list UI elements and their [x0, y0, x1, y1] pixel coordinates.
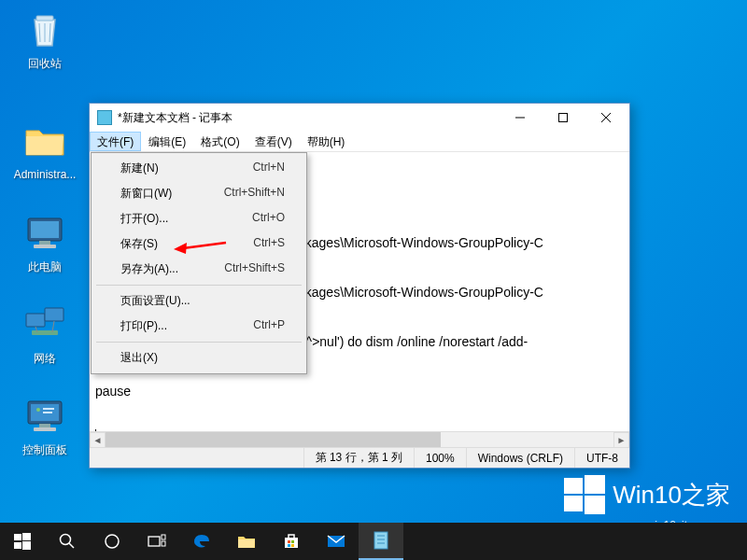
start-button[interactable]	[0, 523, 45, 560]
svg-rect-7	[32, 330, 58, 335]
menu-format[interactable]: 格式(O)	[193, 132, 247, 151]
recycle-bin-icon[interactable]: 回收站	[9, 7, 80, 72]
svg-rect-28	[22, 533, 31, 540]
svg-rect-30	[22, 541, 31, 550]
folder-icon	[22, 119, 67, 164]
menu-open[interactable]: 打开(O)...Ctrl+O	[94, 206, 303, 231]
window-title: *新建文本文档 - 记事本	[118, 110, 499, 126]
menu-print[interactable]: 打印(P)...Ctrl+P	[94, 314, 303, 339]
svg-rect-41	[291, 544, 294, 547]
svg-rect-3	[39, 241, 50, 245]
svg-point-12	[36, 408, 40, 412]
network-screens-icon	[22, 302, 67, 347]
scroll-thumb[interactable]	[106, 432, 441, 447]
statusbar: 第 13 行，第 1 列 100% Windows (CRLF) UTF-8	[90, 447, 629, 468]
svg-rect-35	[162, 535, 165, 539]
file-menu-dropdown: 新建(N)Ctrl+N 新窗口(W)Ctrl+Shift+N 打开(O)...C…	[91, 152, 307, 374]
svg-line-21	[183, 243, 226, 248]
svg-rect-2	[31, 221, 59, 238]
svg-rect-24	[585, 475, 605, 494]
network-icon[interactable]: 网络	[9, 302, 80, 367]
control-panel-icon[interactable]: 控制面板	[9, 394, 80, 458]
svg-rect-16	[34, 427, 56, 431]
svg-rect-23	[564, 478, 583, 494]
svg-rect-18	[559, 114, 568, 122]
explorer-button[interactable]	[224, 523, 269, 560]
editor-line: ackages\Microsoft-Windows-GroupPolicy-C	[291, 235, 543, 250]
svg-rect-4	[34, 245, 56, 248]
search-button[interactable]	[45, 523, 90, 560]
menu-exit[interactable]: 退出(X)	[94, 345, 303, 371]
menu-save-as[interactable]: 另存为(A)...Ctrl+Shift+S	[94, 257, 303, 282]
menu-page-setup[interactable]: 页面设置(U)...	[94, 288, 303, 314]
editor-line: ackages\Microsoft-Windows-GroupPolicy-C	[291, 285, 543, 300]
svg-rect-13	[43, 408, 54, 410]
scroll-left-icon[interactable]: ◄	[90, 432, 106, 448]
windows-logo-icon	[564, 474, 605, 515]
taskbar	[0, 523, 747, 560]
store-icon	[283, 533, 300, 550]
notepad-app-icon	[97, 110, 112, 125]
separator	[96, 285, 302, 286]
windows-start-icon	[14, 533, 31, 550]
svg-rect-14	[43, 412, 52, 413]
menu-help[interactable]: 帮助(H)	[300, 132, 353, 151]
text-cursor	[95, 429, 96, 431]
mail-icon	[327, 534, 345, 549]
maximize-button[interactable]	[542, 104, 585, 132]
svg-rect-6	[45, 308, 63, 321]
menu-edit[interactable]: 编辑(E)	[141, 132, 193, 151]
svg-rect-25	[564, 496, 583, 511]
watermark: Win10之家 www.win10xitong.com	[564, 474, 730, 515]
this-pc-icon[interactable]: 此电脑	[9, 211, 80, 275]
svg-rect-0	[36, 16, 53, 21]
folder-icon	[237, 534, 256, 549]
svg-rect-43	[374, 532, 388, 549]
icon-label: 网络	[9, 351, 80, 367]
admin-folder-icon[interactable]: Administra...	[9, 119, 80, 181]
svg-rect-27	[14, 534, 21, 540]
cortana-icon	[104, 533, 120, 550]
svg-rect-34	[148, 537, 160, 546]
scroll-right-icon[interactable]: ►	[613, 432, 629, 448]
svg-rect-36	[162, 541, 165, 546]
desktop: 回收站 Administra... 此电脑 网络 控制面板 *新建文本文档 - …	[0, 0, 747, 560]
edge-icon	[192, 532, 211, 551]
close-button[interactable]	[585, 104, 627, 132]
menu-new-window[interactable]: 新窗口(W)Ctrl+Shift+N	[94, 181, 303, 206]
store-button[interactable]	[269, 523, 314, 560]
scroll-track[interactable]	[106, 432, 613, 447]
svg-point-31	[61, 535, 71, 545]
separator	[96, 342, 302, 343]
icon-label: 此电脑	[9, 259, 80, 275]
menu-new[interactable]: 新建(N)Ctrl+N	[94, 156, 303, 181]
status-zoom: 100%	[414, 448, 466, 468]
menu-view[interactable]: 查看(V)	[247, 132, 300, 151]
status-line-ending: Windows (CRLF)	[466, 448, 574, 468]
svg-rect-26	[585, 496, 605, 514]
icon-label: 控制面板	[9, 442, 80, 458]
svg-rect-39	[291, 540, 294, 543]
svg-rect-38	[288, 540, 290, 543]
notepad-icon	[374, 531, 388, 550]
svg-rect-40	[288, 544, 290, 547]
cortana-button[interactable]	[90, 523, 134, 560]
menu-file[interactable]: 文件(F)	[90, 132, 141, 151]
menubar: 文件(F) 编辑(E) 格式(O) 查看(V) 帮助(H)	[90, 132, 629, 152]
taskview-button[interactable]	[134, 523, 179, 560]
notepad-task-button[interactable]	[359, 523, 403, 560]
svg-rect-29	[14, 542, 21, 549]
horizontal-scrollbar[interactable]: ◄ ►	[90, 431, 629, 447]
editor-line: t 2^>nul') do dism /online /norestart /a…	[291, 334, 528, 349]
mail-button[interactable]	[314, 523, 359, 560]
svg-line-32	[69, 543, 74, 548]
annotation-arrow-icon	[172, 237, 228, 256]
status-position: 第 13 行，第 1 列	[303, 448, 414, 468]
search-icon	[59, 533, 76, 550]
icon-label: Administra...	[9, 168, 80, 181]
minimize-button[interactable]	[499, 104, 542, 132]
edge-button[interactable]	[179, 523, 224, 560]
svg-marker-22	[174, 243, 187, 254]
titlebar[interactable]: *新建文本文档 - 记事本	[90, 104, 629, 132]
icon-label: 回收站	[9, 56, 80, 72]
